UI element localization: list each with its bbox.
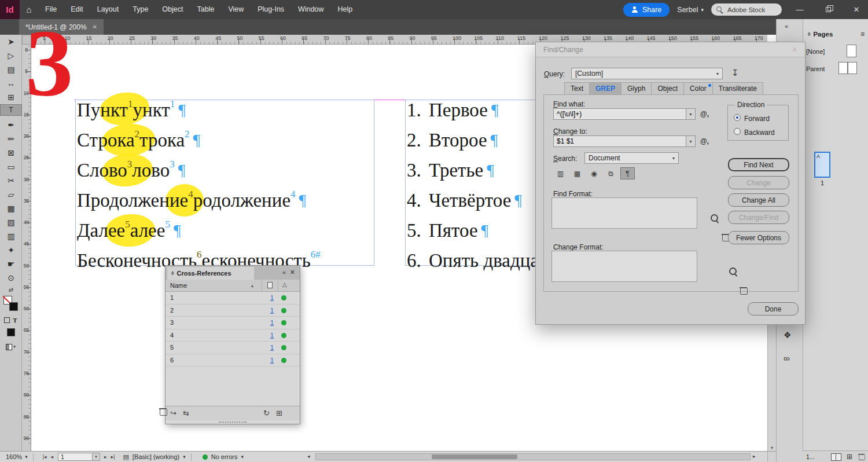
page-column-icon[interactable] [267, 282, 273, 288]
delete-page-icon[interactable] [859, 453, 864, 460]
tab-text[interactable]: Text [564, 82, 590, 95]
find-special-chars-icon[interactable]: @, [700, 110, 709, 118]
parent-thumbnail-left[interactable] [838, 62, 848, 74]
note-tool[interactable]: ▥ [0, 229, 22, 243]
rectangle-tool[interactable]: ▭ [0, 160, 22, 174]
menu-item[interactable]: Window [291, 0, 330, 19]
apply-color-button[interactable] [7, 328, 15, 336]
restore-button[interactable] [818, 0, 838, 19]
find-history-dropdown-icon[interactable]: ▾ [686, 108, 696, 120]
new-crossref-icon[interactable]: ⊞ [276, 409, 282, 417]
content-collector-tool[interactable]: ⊞ [0, 90, 22, 104]
close-button[interactable]: ✕ [846, 0, 867, 19]
page-tool[interactable]: ▤ [0, 63, 22, 76]
selection-tool[interactable]: ➤ [0, 35, 22, 49]
scroll-down-icon[interactable]: ▾ [768, 445, 776, 450]
menu-item[interactable]: File [38, 0, 64, 19]
list-paragraph[interactable]: 2.Второе¶ [407, 125, 498, 155]
crossref-page-link[interactable]: 1 [270, 332, 274, 339]
master-none-thumbnail[interactable] [847, 45, 856, 57]
minimize-button[interactable]: — [789, 0, 810, 19]
panel-menu-icon[interactable]: ≡ [860, 30, 865, 38]
include-master-pages-icon[interactable]: ⧉ [604, 167, 618, 179]
specify-change-format-icon[interactable] [729, 267, 737, 276]
list-paragraph[interactable]: 3.Третье¶ [407, 155, 494, 185]
pen-tool[interactable]: ✒ [0, 118, 22, 132]
formatting-affects-container-icon[interactable] [4, 317, 10, 323]
zoom-dropdown-icon[interactable]: ▾ [25, 454, 28, 460]
list-paragraph[interactable]: 5.Пятое¶ [407, 215, 488, 245]
panel-tab-cross-references[interactable]: ◊Cross-References [167, 267, 254, 280]
direct-selection-tool[interactable]: ▷ [0, 49, 22, 63]
free-transform-tool[interactable]: ▱ [0, 188, 22, 201]
indesign-logo[interactable]: Id [0, 0, 20, 19]
menu-item[interactable]: Type [126, 0, 155, 19]
parent-thumbnail-right[interactable] [848, 62, 857, 74]
crossref-page-link[interactable]: 1 [270, 319, 274, 326]
change-to-input[interactable] [553, 135, 686, 147]
tab-grep[interactable]: GREP [590, 82, 621, 95]
preflight-status[interactable]: No errors [211, 453, 238, 460]
preflight-profile[interactable]: [Basic] (working) [133, 453, 179, 460]
crossref-row[interactable]: 5 1 [165, 342, 300, 354]
scroll-right-icon[interactable]: ▸ [753, 453, 756, 459]
backward-label[interactable]: Backward [744, 129, 775, 137]
close-panel-icon[interactable]: ✕ [290, 269, 295, 276]
crossref-page-link[interactable]: 1 [270, 307, 274, 314]
page-1-label[interactable]: 1 [814, 179, 830, 186]
rectangle-frame-tool[interactable]: ⊠ [0, 146, 22, 160]
scrollbar-thumb[interactable] [432, 454, 517, 459]
panel-title-bar[interactable]: ◊Cross-References « ✕ [165, 266, 300, 280]
panel-resize-grip[interactable] [165, 420, 300, 424]
new-page-icon[interactable]: ⊞ [847, 453, 852, 461]
menu-item[interactable]: Table [190, 0, 221, 19]
gradient-feather-tool[interactable]: ▨ [0, 215, 22, 229]
find-next-button[interactable]: Find Next [728, 158, 789, 171]
menu-item[interactable]: View [221, 0, 251, 19]
crossref-options-icon[interactable]: ⇆ [183, 409, 189, 417]
next-page-button[interactable]: ▸ [104, 454, 107, 460]
crossref-page-link[interactable]: 1 [270, 344, 274, 351]
update-crossrefs-icon[interactable]: ↻ [263, 409, 270, 417]
errors-dropdown-icon[interactable]: ▾ [241, 454, 244, 460]
save-query-icon[interactable]: ↧ [731, 68, 739, 78]
last-page-button[interactable]: ▸| [111, 454, 115, 460]
type-tool[interactable]: T [0, 104, 22, 116]
pages-panel-tab[interactable]: ◊ Pages [808, 31, 833, 38]
menu-item[interactable]: Object [155, 0, 190, 19]
links-panel-icon[interactable]: ∞ [784, 353, 790, 363]
preflight-dropdown-icon[interactable]: ▾ [183, 454, 186, 460]
hand-tool[interactable]: ☛ [0, 257, 22, 271]
menu-item[interactable]: Help [331, 0, 360, 19]
menu-item[interactable]: Edit [64, 0, 90, 19]
expand-panels-icon[interactable]: « [785, 23, 788, 30]
horizontal-scrollbar[interactable] [315, 453, 751, 460]
forward-radio[interactable] [734, 114, 741, 121]
scroll-left-icon[interactable]: ◂ [307, 453, 310, 459]
change-format-box[interactable] [551, 251, 697, 282]
menu-item[interactable]: Layout [90, 0, 126, 19]
crossref-row[interactable]: 4 1 [165, 329, 300, 342]
tab-color[interactable]: Color [684, 82, 713, 95]
clear-change-format-icon[interactable] [740, 287, 746, 295]
collapse-panel-icon[interactable]: « [282, 269, 286, 276]
crossref-page-link[interactable]: 1 [270, 294, 274, 301]
crossref-row[interactable]: 6 1 [165, 354, 300, 367]
done-button[interactable]: Done [748, 302, 799, 316]
workspace-menu[interactable]: Serbel▾ [677, 6, 704, 14]
zoom-tool[interactable]: ⊙ [0, 271, 22, 285]
create-crossref-icon[interactable]: ↪ [170, 409, 176, 417]
fill-color-swatch[interactable] [9, 302, 18, 311]
crossref-row[interactable]: 2 1 [165, 305, 300, 317]
page-1-thumbnail[interactable]: A [814, 152, 830, 178]
fewer-options-button[interactable]: Fewer Options [728, 231, 789, 244]
list-paragraph[interactable]: 4.Четвёртое¶ [407, 185, 522, 215]
master-none-label[interactable]: [None] [806, 48, 825, 55]
change-button[interactable]: Change [728, 176, 789, 189]
page-number-input[interactable]: 1 [58, 453, 93, 461]
formatting-affects-text-icon[interactable]: T [13, 317, 17, 324]
dialog-title-bar[interactable]: Find/Change ✕ [536, 42, 805, 57]
scissors-tool[interactable]: ✂ [0, 174, 22, 188]
find-what-input[interactable] [553, 108, 686, 120]
gap-tool[interactable]: ↔ [0, 76, 22, 90]
